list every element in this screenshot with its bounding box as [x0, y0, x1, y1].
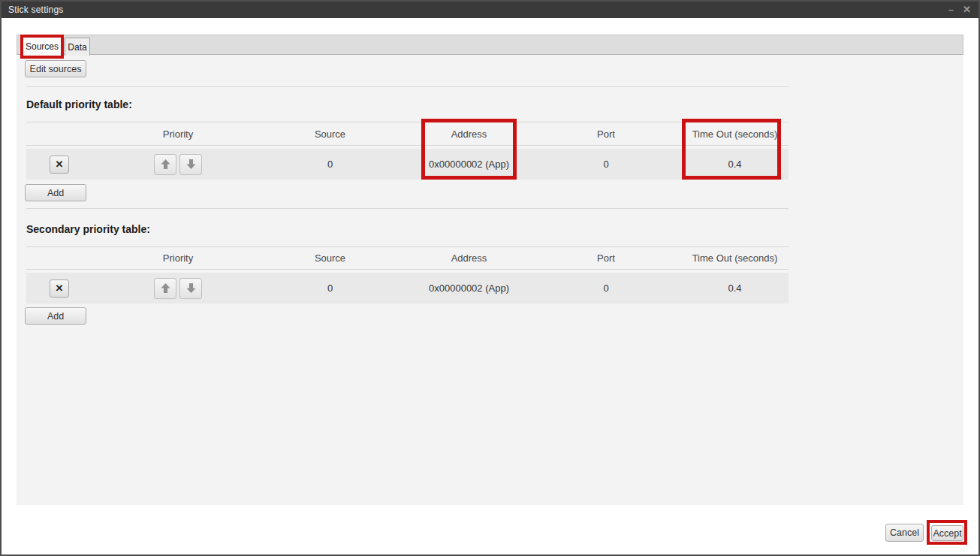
tab-sources[interactable]: Sources — [22, 36, 62, 56]
cell-source: 0 — [253, 149, 407, 180]
tab-strip — [17, 35, 963, 55]
delete-icon: ✕ — [56, 283, 64, 294]
down-arrow-icon — [185, 159, 197, 170]
column-header-timeout: Time Out (seconds) — [681, 247, 789, 269]
column-header-timeout: Time Out (seconds) — [681, 122, 789, 145]
add-row-button-default[interactable]: Add — [25, 184, 86, 201]
default-table-header: Priority Source Address Port Time Out (s… — [26, 122, 789, 146]
close-icon[interactable]: ✕ — [963, 2, 971, 18]
stick-settings-dialog: Stick settings – ✕ Sources Data Edit sou… — [0, 0, 980, 556]
move-down-button[interactable] — [179, 154, 202, 175]
cell-timeout: 0.4 — [681, 273, 789, 304]
column-header-source: Source — [253, 122, 407, 145]
accept-button[interactable]: Accept — [931, 525, 963, 541]
separator — [26, 208, 789, 209]
column-header-port: Port — [531, 247, 681, 269]
move-up-button[interactable] — [154, 278, 176, 299]
table-row: ✕ 0 0x00000002 (App) 0 0.4 — [26, 149, 789, 180]
column-header-source: Source — [253, 247, 407, 269]
cancel-button[interactable]: Cancel — [885, 524, 924, 542]
secondary-table-header: Priority Source Address Port Time Out (s… — [26, 246, 789, 270]
delete-row-button[interactable]: ✕ — [50, 156, 69, 174]
titlebar: Stick settings — [2, 2, 978, 18]
tab-data[interactable]: Data — [65, 38, 90, 56]
minimize-icon[interactable]: – — [948, 2, 954, 18]
delete-row-button[interactable]: ✕ — [50, 280, 69, 298]
move-down-button[interactable] — [179, 278, 202, 299]
column-header-port: Port — [531, 122, 681, 145]
separator — [26, 86, 789, 87]
secondary-table-heading: Secondary priority table: — [26, 223, 150, 235]
column-header-priority: Priority — [103, 122, 253, 145]
column-header-address: Address — [407, 247, 531, 269]
edit-sources-button[interactable]: Edit sources — [25, 60, 86, 77]
cell-port: 0 — [531, 149, 681, 180]
cell-timeout: 0.4 — [681, 149, 789, 180]
add-row-button-secondary[interactable]: Add — [25, 307, 86, 325]
cell-port: 0 — [531, 273, 681, 304]
cell-source: 0 — [253, 273, 407, 304]
table-row: ✕ 0 0x00000002 (App) 0 0.4 — [26, 273, 789, 304]
column-header-address: Address — [407, 122, 531, 145]
up-arrow-icon — [160, 283, 171, 294]
down-arrow-icon — [185, 283, 197, 294]
column-header-priority: Priority — [103, 247, 253, 269]
delete-icon: ✕ — [56, 159, 64, 170]
window-title: Stick settings — [8, 5, 64, 15]
cell-address: 0x00000002 (App) — [407, 149, 531, 180]
up-arrow-icon — [160, 159, 171, 170]
move-up-button[interactable] — [154, 154, 176, 175]
cell-address: 0x00000002 (App) — [407, 273, 531, 304]
default-table-heading: Default priority table: — [26, 98, 132, 110]
